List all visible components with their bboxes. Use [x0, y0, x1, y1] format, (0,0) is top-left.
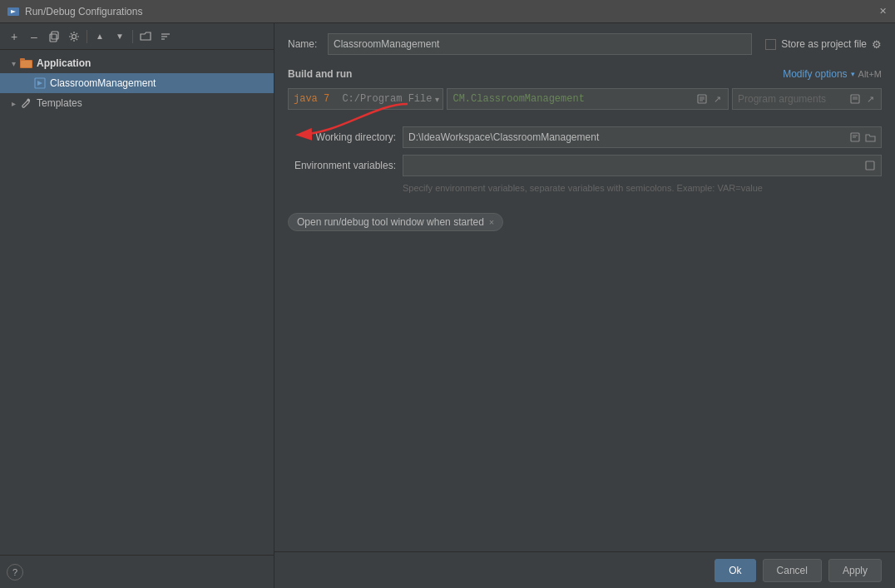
settings-config-button[interactable] — [65, 27, 83, 46]
run-debug-chip-label: Open run/debug tool window when started — [297, 216, 484, 228]
program-args-field[interactable]: Program arguments ↗ — [732, 88, 882, 110]
folder-icon — [140, 32, 151, 42]
expand-icon-application: ▾ — [7, 57, 20, 70]
env-vars-hint: Specify environment variables, separate … — [403, 183, 882, 193]
templates-wrench-icon — [20, 96, 33, 110]
modify-options-label: Modify options — [783, 68, 847, 80]
store-settings-icon[interactable]: ⚙ — [872, 38, 882, 51]
copy-config-button[interactable] — [45, 27, 63, 46]
working-dir-row: Working directory: D:\IdeaWorkspace\Clas… — [288, 126, 882, 148]
name-label: Name: — [288, 38, 321, 50]
close-button[interactable]: ✕ — [877, 6, 888, 17]
left-panel-bottom: ? — [0, 555, 274, 588]
application-folder-icon — [20, 57, 33, 70]
svg-rect-3 — [52, 32, 58, 39]
env-vars-file-icon — [865, 161, 875, 170]
dialog-footer: Ok Cancel Apply — [274, 551, 895, 588]
sdk-path-display: C:/Program File — [342, 93, 432, 105]
help-button[interactable]: ? — [7, 564, 23, 581]
main-container: + – ▲ ▼ — [0, 23, 895, 588]
svg-rect-10 — [21, 61, 32, 67]
left-panel: + – ▲ ▼ — [0, 23, 274, 588]
store-project-checkbox[interactable] — [765, 39, 776, 50]
build-row: java 7 C:/Program File ▾ CM.ClassroomMan… — [288, 88, 882, 110]
modify-options-arrow: ▾ — [851, 70, 855, 78]
application-label: Application — [37, 57, 91, 69]
settings-icon — [68, 31, 80, 42]
working-dir-input[interactable]: D:\IdeaWorkspace\ClassroomManagement — [403, 126, 882, 148]
tree-area: ▾ Application — [0, 50, 274, 555]
modify-options-link[interactable]: Modify options ▾ Alt+M — [783, 68, 882, 80]
svg-point-4 — [72, 34, 77, 38]
program-args-file-icon — [850, 94, 860, 104]
env-vars-row: Environment variables: — [288, 155, 882, 176]
name-input[interactable] — [328, 33, 752, 55]
expand-spacer — [20, 77, 33, 90]
name-row: Name: Store as project file ⚙ — [288, 33, 882, 55]
add-config-button[interactable]: + — [5, 27, 23, 46]
build-run-title: Build and run — [288, 68, 352, 80]
working-dir-value: D:\IdeaWorkspace\ClassroomManagement — [408, 131, 848, 143]
move-down-button[interactable]: ▼ — [111, 27, 129, 46]
build-run-section-header: Build and run Modify options ▾ Alt+M — [288, 68, 882, 80]
templates-label: Templates — [37, 97, 82, 109]
svg-rect-24 — [866, 161, 874, 170]
toolbar-separator-2 — [132, 30, 133, 43]
store-project-area: Store as project file ⚙ — [765, 38, 882, 51]
store-project-label: Store as project file — [781, 38, 867, 50]
env-vars-label: Environment variables: — [288, 160, 396, 171]
app-icon — [7, 5, 20, 18]
move-up-button[interactable]: ▲ — [91, 27, 109, 46]
tree-item-templates[interactable]: ▸ Templates — [0, 93, 274, 113]
toolbar-separator — [87, 30, 87, 43]
copy-icon — [48, 31, 60, 42]
working-dir-browse-icon[interactable] — [848, 130, 863, 145]
env-vars-input[interactable] — [403, 155, 882, 176]
svg-rect-2 — [50, 34, 57, 42]
modify-options-shortcut: Alt+M — [858, 69, 882, 79]
dialog-title: Run/Debug Configurations — [25, 6, 877, 17]
sort-icon — [160, 31, 171, 42]
config-item-icon — [33, 77, 47, 90]
right-panel: Name: Store as project file ⚙ Build and … — [274, 23, 895, 588]
tag-chip-area: Open run/debug tool window when started … — [288, 206, 882, 231]
browse-file-icon — [697, 94, 707, 104]
sdk-path-text — [334, 93, 340, 105]
ok-button[interactable]: Ok — [715, 559, 755, 582]
dir-file-icon — [850, 132, 860, 142]
program-args-placeholder: Program arguments — [738, 93, 848, 105]
sdk-java-text: java 7 — [294, 93, 329, 105]
cancel-button[interactable]: Cancel — [763, 559, 822, 582]
remove-config-button[interactable]: – — [25, 27, 43, 46]
svg-marker-12 — [37, 81, 42, 86]
run-debug-chip-close[interactable]: × — [489, 217, 494, 227]
run-debug-chip: Open run/debug tool window when started … — [288, 213, 503, 231]
env-vars-browse-icon[interactable] — [863, 158, 878, 173]
main-class-text: CM.ClassroomManagement — [452, 93, 695, 105]
toolbar: + – ▲ ▼ — [0, 23, 274, 50]
program-args-browse-icon[interactable] — [848, 91, 863, 106]
sdk-dropdown[interactable]: java 7 C:/Program File ▾ — [288, 88, 443, 110]
tree-item-classroom-management[interactable]: ClassroomManagement — [0, 73, 274, 93]
title-bar: Run/Debug Configurations ✕ — [0, 0, 895, 23]
main-class-field[interactable]: CM.ClassroomManagement ↗ — [447, 88, 729, 110]
classroom-management-label: ClassroomManagement — [50, 77, 156, 89]
expand-icon-templates: ▸ — [7, 96, 20, 110]
apply-button[interactable]: Apply — [828, 559, 882, 582]
program-args-expand-icon[interactable]: ↗ — [863, 91, 878, 106]
tree-item-application[interactable]: ▾ Application — [0, 53, 274, 73]
sort-button[interactable] — [156, 27, 175, 46]
main-class-expand-icon[interactable]: ↗ — [710, 91, 724, 106]
main-class-browse-icon[interactable] — [695, 91, 710, 106]
window-controls: ✕ — [877, 6, 888, 17]
open-folder-icon — [865, 133, 876, 142]
svg-point-13 — [27, 99, 30, 101]
working-dir-folder-icon[interactable] — [863, 130, 878, 145]
folder-button[interactable] — [136, 27, 155, 46]
working-dir-label: Working directory: — [288, 131, 396, 143]
sdk-dropdown-arrow: ▾ — [435, 95, 439, 104]
